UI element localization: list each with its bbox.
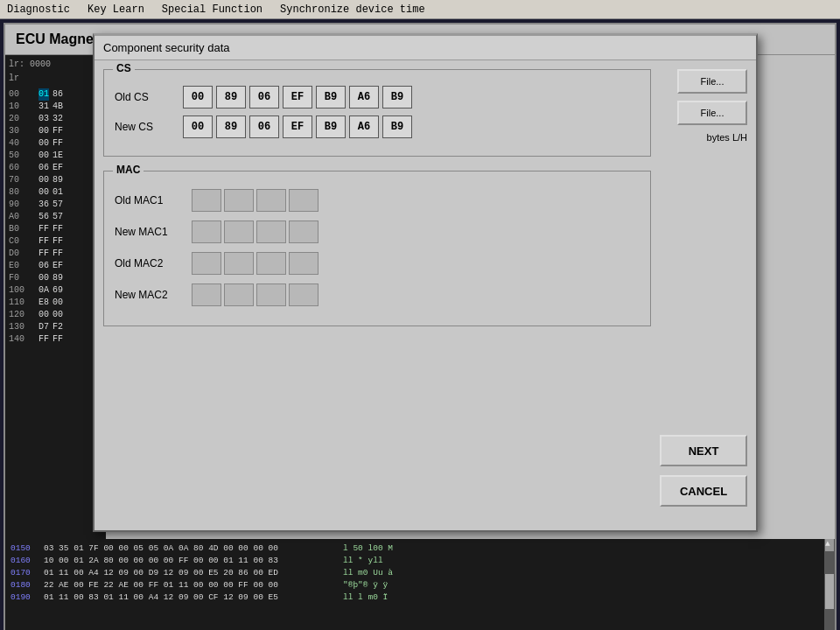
mac-legend: MAC	[113, 164, 144, 176]
old-cs-cell-7[interactable]: B9	[382, 86, 412, 108]
new-mac1-row: New MAC1	[115, 220, 640, 243]
file-button-2[interactable]: File...	[677, 101, 747, 125]
old-cs-cell-4[interactable]: EF	[283, 86, 312, 108]
old-mac2-cell-2[interactable]	[224, 252, 254, 275]
old-mac1-cell-4[interactable]	[289, 189, 318, 212]
new-mac1-cell-1[interactable]	[192, 220, 221, 243]
right-buttons: File... File... bytes L/H	[677, 69, 747, 143]
new-mac2-cell-3[interactable]	[256, 284, 286, 306]
old-mac2-label: Old MAC2	[115, 257, 185, 270]
hex-row: 000186	[9, 88, 102, 101]
new-mac2-cell-2[interactable]	[224, 284, 254, 306]
old-cs-cell-2[interactable]: 89	[216, 86, 246, 108]
old-mac1-label: Old MAC1	[115, 194, 185, 206]
new-cs-cell-6[interactable]: A6	[349, 116, 379, 138]
new-mac1-cell-3[interactable]	[256, 220, 286, 243]
bottom-hex-panel: ▲ ▼ 015003 35 01 7F 00 00 05 05 0A 0A 80…	[5, 539, 835, 630]
hex-row: E006EF	[9, 260, 102, 272]
cs-section: CS Old CS 008906EFB9A6B9 New CS 008906EF…	[103, 69, 651, 157]
new-cs-cell-2[interactable]: 89	[216, 116, 246, 138]
file-button-1[interactable]: File...	[677, 69, 747, 94]
menubar: Diagnostic Key Learn Special Function Sy…	[0, 0, 840, 19]
dialog-content: File... File... bytes L/H CS Old CS 0089…	[94, 60, 756, 524]
scrollbar-up[interactable]: ▲	[825, 539, 834, 551]
old-mac1-cell-2[interactable]	[224, 189, 254, 212]
new-mac2-cell-4[interactable]	[289, 284, 318, 306]
menu-diagnostic[interactable]: Diagnostic	[7, 4, 70, 16]
old-cs-cell-6[interactable]: A6	[349, 86, 379, 108]
old-mac2-cell-3[interactable]	[256, 252, 286, 275]
hex-row: 700089	[9, 174, 102, 186]
old-mac1-cell-3[interactable]	[256, 189, 286, 212]
bottom-hex-row: 017001 11 00 A4 12 09 00 D9 12 09 00 E5 …	[10, 567, 830, 579]
menu-sync-time[interactable]: Synchronize device time	[280, 4, 425, 16]
menu-key-learn[interactable]: Key Learn	[88, 4, 144, 16]
hex-rows: 00018610314B2003323000FF4000FF50001E6006…	[9, 88, 102, 346]
hex-row: 50001E	[9, 150, 102, 162]
hex-row: 903657	[9, 199, 102, 211]
old-cs-label: Old CS	[115, 91, 176, 103]
new-cs-cell-1[interactable]: 00	[183, 116, 213, 138]
hex-row: 3000FF	[9, 125, 102, 137]
new-mac2-label: New MAC2	[115, 289, 185, 301]
bottom-hex-row: 019001 11 00 83 01 11 00 A4 12 09 00 CF …	[10, 592, 830, 604]
dialog: Component security data File... File... …	[93, 33, 758, 532]
hex-row: 6006EF	[9, 162, 102, 174]
new-cs-label: New CS	[115, 121, 176, 133]
hex-row: A05657	[9, 211, 102, 223]
new-cs-cell-3[interactable]: 06	[249, 116, 279, 138]
hex-row: 1200000	[9, 309, 102, 321]
old-mac2-cell-1[interactable]	[192, 252, 221, 275]
bottom-hex-row: 015003 35 01 7F 00 00 05 05 0A 0A 80 4D …	[10, 542, 830, 555]
bottom-hex-row: 016010 00 01 2A 80 00 00 00 00 FF 00 00 …	[10, 555, 830, 567]
hex-row: B0FFFF	[9, 223, 102, 235]
old-cs-row: Old CS 008906EFB9A6B9	[115, 86, 640, 108]
new-mac1-cell-4[interactable]	[289, 220, 318, 243]
mac-section: MAC Old MAC1 New MAC1	[103, 171, 651, 326]
bytes-label: bytes L/H	[677, 132, 747, 143]
hex-row: 4000FF	[9, 137, 102, 150]
new-cs-cells: 008906EFB9A6B9	[183, 116, 412, 138]
new-cs-cell-5[interactable]: B9	[316, 116, 346, 138]
hex-row: 1000A69	[9, 284, 102, 297]
hex-row: 200332	[9, 113, 102, 125]
scrollbar-thumb[interactable]	[825, 574, 834, 609]
new-cs-cell-7[interactable]: B9	[382, 116, 412, 138]
hex-row: D0FFFF	[9, 248, 102, 260]
new-cs-cell-4[interactable]: EF	[283, 116, 312, 138]
new-mac1-cell-2[interactable]	[224, 220, 254, 243]
dialog-title: Component security data	[94, 36, 756, 60]
hex-row: C0FFFF	[9, 235, 102, 248]
old-cs-cell-5[interactable]: B9	[316, 86, 346, 108]
new-cs-row: New CS 008906EFB9A6B9	[115, 116, 640, 138]
hex-row: 110E800	[9, 297, 102, 309]
next-button[interactable]: NEXT	[660, 435, 747, 466]
hex-row: 140FFFF	[9, 333, 102, 346]
hex-row: 130D7F2	[9, 321, 102, 333]
old-cs-cells: 008906EFB9A6B9	[183, 86, 412, 108]
main-window: ECU Magneti Marelli - Reset component pr…	[4, 23, 836, 630]
cs-legend: CS	[113, 62, 135, 74]
cancel-button[interactable]: CANCEL	[660, 475, 747, 507]
old-mac2-row: Old MAC2	[115, 252, 640, 275]
old-mac1-cell-1[interactable]	[192, 189, 221, 212]
new-mac2-row: New MAC2	[115, 284, 640, 306]
action-buttons: NEXT CANCEL	[660, 435, 747, 507]
old-cs-cell-3[interactable]: 06	[249, 86, 279, 108]
hex-row: F00089	[9, 272, 102, 284]
menu-special-function[interactable]: Special Function	[162, 4, 262, 16]
old-mac1-row: Old MAC1	[115, 189, 640, 212]
old-mac2-cell-4[interactable]	[289, 252, 318, 275]
new-mac1-label: New MAC1	[115, 226, 185, 238]
bottom-hex-row: 018022 AE 00 FE 22 AE 00 FF 01 11 00 00 …	[10, 579, 830, 592]
old-cs-cell-1[interactable]: 00	[183, 86, 213, 108]
new-mac2-cell-1[interactable]	[192, 284, 221, 306]
hex-row: 800001	[9, 186, 102, 199]
hex-row: 10314B	[9, 101, 102, 113]
